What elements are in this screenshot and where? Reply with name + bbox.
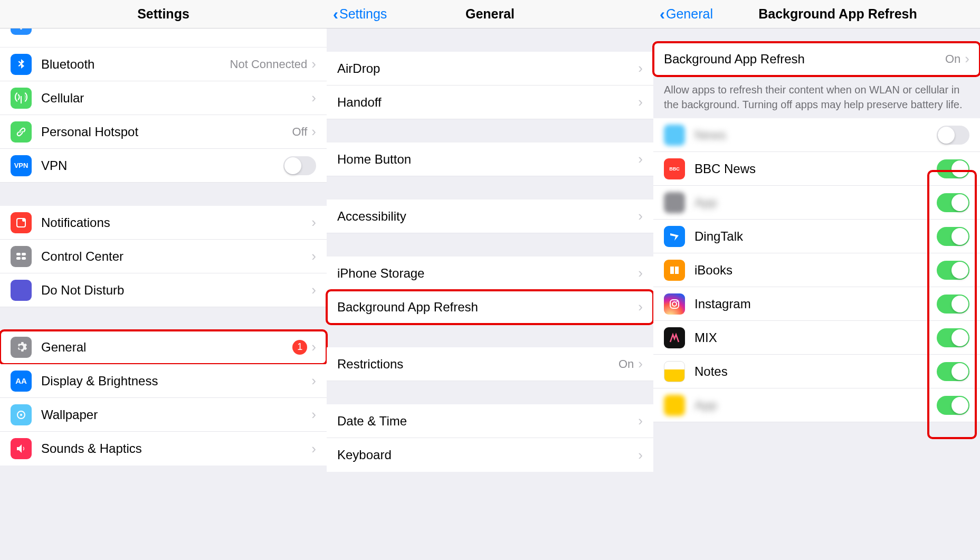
app-icon xyxy=(664,226,685,247)
vpn-toggle[interactable] xyxy=(283,156,316,175)
section-gap xyxy=(0,307,327,330)
chevron-left-icon: ‹ xyxy=(333,6,338,22)
back-button[interactable]: ‹ General xyxy=(660,6,713,22)
app-row[interactable]: Notes xyxy=(653,355,980,388)
app-row[interactable]: MIX xyxy=(653,321,980,355)
row-value: On xyxy=(945,52,960,66)
row-label: Notifications xyxy=(41,215,311,230)
chevron-right-icon: › xyxy=(311,29,316,30)
row-value: Off xyxy=(292,125,307,139)
chevron-right-icon: › xyxy=(965,51,969,67)
svg-rect-3 xyxy=(22,253,26,255)
row-background-app-refresh[interactable]: Background App Refresh › xyxy=(327,290,653,324)
row-hotspot[interactable]: Personal Hotspot Off › xyxy=(0,115,327,149)
row-label: General xyxy=(41,340,292,355)
row-label: Handoff xyxy=(337,95,638,110)
row-airdrop[interactable]: AirDrop › xyxy=(327,52,653,86)
app-toggle[interactable] xyxy=(937,396,969,415)
app-label: News xyxy=(694,128,937,143)
app-row[interactable]: News xyxy=(653,118,980,152)
chevron-right-icon: › xyxy=(638,94,643,110)
chevron-right-icon: › xyxy=(638,447,643,463)
row-dnd[interactable]: Do Not Disturb › xyxy=(0,273,327,307)
svg-point-10 xyxy=(677,300,678,302)
row-label: iPhone Storage xyxy=(337,266,638,281)
row-home-button[interactable]: Home Button › xyxy=(327,143,653,176)
chevron-right-icon: › xyxy=(311,282,316,298)
svg-point-9 xyxy=(672,302,677,306)
chevron-right-icon: › xyxy=(311,406,316,423)
app-toggle[interactable] xyxy=(937,159,969,178)
chevron-right-icon: › xyxy=(311,56,316,72)
app-label: Instagram xyxy=(694,297,937,311)
app-toggle[interactable] xyxy=(937,261,969,280)
row-label: Personal Hotspot xyxy=(41,125,292,139)
vpn-icon: VPN xyxy=(11,155,32,176)
badge: 1 xyxy=(292,340,307,355)
row-label: Background App Refresh xyxy=(664,52,945,67)
app-icon: BBC xyxy=(664,158,685,179)
section-gap xyxy=(327,324,653,347)
app-row[interactable]: App xyxy=(653,186,980,220)
row-value: On xyxy=(619,357,634,371)
app-row[interactable]: Instagram xyxy=(653,287,980,321)
back-button[interactable]: ‹ Settings xyxy=(333,6,387,22)
app-toggle[interactable] xyxy=(937,193,969,212)
row-label: Home Button xyxy=(337,152,638,167)
row-iphone-storage[interactable]: iPhone Storage › xyxy=(327,257,653,290)
app-toggle[interactable] xyxy=(937,328,969,347)
row-control-center[interactable]: Control Center › xyxy=(0,240,327,273)
row-restrictions[interactable]: Restrictions On › xyxy=(327,347,653,381)
app-row[interactable]: iBooks xyxy=(653,253,980,287)
chevron-right-icon: › xyxy=(638,208,643,224)
row-label: Display & Brightness xyxy=(41,374,311,388)
app-row[interactable]: App xyxy=(653,388,980,422)
section-gap xyxy=(0,183,327,206)
row-general[interactable]: General 1 › xyxy=(0,330,327,364)
row-wallpaper[interactable]: Wallpaper › xyxy=(0,398,327,432)
row-keyboard[interactable]: Keyboard › xyxy=(327,438,653,472)
row-label: VPN xyxy=(41,158,283,173)
svg-rect-4 xyxy=(16,257,21,260)
page-title: Settings xyxy=(0,6,327,22)
row-notifications[interactable]: Notifications › xyxy=(0,206,327,240)
app-label: App xyxy=(694,398,937,413)
row-vpn[interactable]: VPN VPN xyxy=(0,149,327,183)
navbar: Settings xyxy=(0,0,327,29)
app-toggle[interactable] xyxy=(937,126,969,145)
row-wlan[interactable]: WLAN iMobie_WiFi_1 › xyxy=(0,29,327,48)
row-label: AirDrop xyxy=(337,61,638,76)
app-toggle[interactable] xyxy=(937,227,969,246)
bar-screen: ‹ General Background App Refresh Backgro… xyxy=(653,0,980,560)
row-date-time[interactable]: Date & Time › xyxy=(327,404,653,438)
antenna-icon xyxy=(11,88,32,109)
link-icon xyxy=(11,121,32,143)
row-display[interactable]: AA Display & Brightness › xyxy=(0,364,327,398)
app-toggle[interactable] xyxy=(937,362,969,381)
app-label: BBC News xyxy=(694,162,937,176)
row-label: Control Center xyxy=(41,249,311,264)
row-value: Not Connected xyxy=(230,58,308,71)
svg-point-1 xyxy=(22,219,25,222)
app-icon xyxy=(664,260,685,281)
navbar: ‹ General Background App Refresh xyxy=(653,0,980,29)
svg-rect-2 xyxy=(16,253,21,255)
row-label: Background App Refresh xyxy=(337,300,638,315)
chevron-right-icon: › xyxy=(311,214,316,231)
row-label: Keyboard xyxy=(337,448,638,462)
row-sounds[interactable]: Sounds & Haptics › xyxy=(0,432,327,466)
row-handoff[interactable]: Handoff › xyxy=(327,86,653,119)
moon-icon xyxy=(11,280,32,301)
app-row[interactable]: DingTalk xyxy=(653,220,980,253)
row-bar-master[interactable]: Background App Refresh On › xyxy=(653,42,980,76)
section-gap xyxy=(327,176,653,200)
row-accessibility[interactable]: Accessibility › xyxy=(327,200,653,233)
row-cellular[interactable]: Cellular › xyxy=(0,81,327,115)
back-label: General xyxy=(666,6,713,22)
app-row[interactable]: BBCBBC News xyxy=(653,152,980,186)
row-label: Date & Time xyxy=(337,414,638,429)
app-icon xyxy=(664,327,685,348)
app-toggle[interactable] xyxy=(937,295,969,314)
row-bluetooth[interactable]: Bluetooth Not Connected › xyxy=(0,48,327,81)
chevron-right-icon: › xyxy=(638,60,643,77)
